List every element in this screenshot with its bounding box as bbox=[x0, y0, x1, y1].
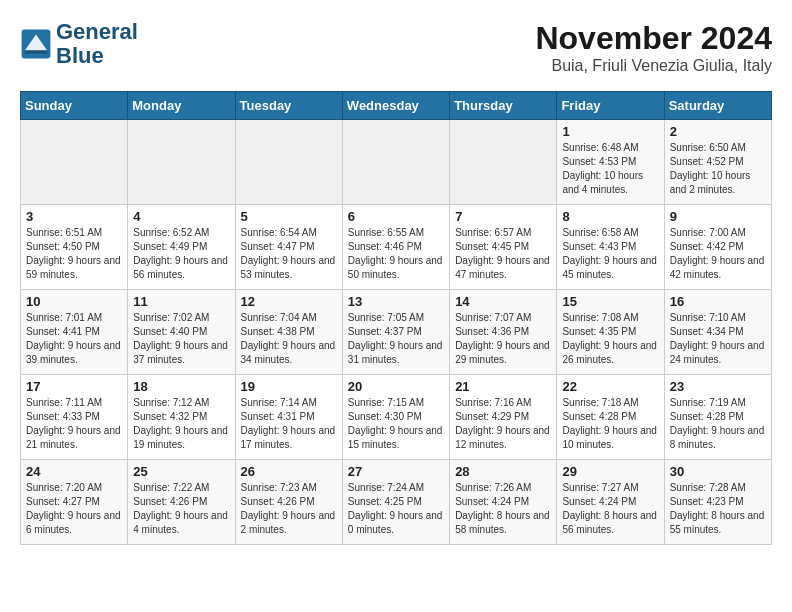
logo-icon bbox=[20, 28, 52, 60]
page-header: General Blue November 2024 Buia, Friuli … bbox=[20, 20, 772, 75]
day-number: 26 bbox=[241, 464, 337, 479]
svg-rect-2 bbox=[25, 51, 47, 54]
calendar-table: SundayMondayTuesdayWednesdayThursdayFrid… bbox=[20, 91, 772, 545]
day-info: Sunrise: 7:11 AM Sunset: 4:33 PM Dayligh… bbox=[26, 396, 122, 452]
day-info: Sunrise: 6:55 AM Sunset: 4:46 PM Dayligh… bbox=[348, 226, 444, 282]
day-number: 4 bbox=[133, 209, 229, 224]
day-number: 2 bbox=[670, 124, 766, 139]
calendar-cell: 11Sunrise: 7:02 AM Sunset: 4:40 PM Dayli… bbox=[128, 290, 235, 375]
calendar-cell: 20Sunrise: 7:15 AM Sunset: 4:30 PM Dayli… bbox=[342, 375, 449, 460]
calendar-cell: 17Sunrise: 7:11 AM Sunset: 4:33 PM Dayli… bbox=[21, 375, 128, 460]
calendar-cell: 21Sunrise: 7:16 AM Sunset: 4:29 PM Dayli… bbox=[450, 375, 557, 460]
calendar-row-3: 17Sunrise: 7:11 AM Sunset: 4:33 PM Dayli… bbox=[21, 375, 772, 460]
day-info: Sunrise: 7:26 AM Sunset: 4:24 PM Dayligh… bbox=[455, 481, 551, 537]
calendar-cell: 2Sunrise: 6:50 AM Sunset: 4:52 PM Daylig… bbox=[664, 120, 771, 205]
day-number: 19 bbox=[241, 379, 337, 394]
day-number: 29 bbox=[562, 464, 658, 479]
day-info: Sunrise: 7:19 AM Sunset: 4:28 PM Dayligh… bbox=[670, 396, 766, 452]
day-number: 24 bbox=[26, 464, 122, 479]
day-info: Sunrise: 7:16 AM Sunset: 4:29 PM Dayligh… bbox=[455, 396, 551, 452]
day-number: 17 bbox=[26, 379, 122, 394]
day-info: Sunrise: 7:23 AM Sunset: 4:26 PM Dayligh… bbox=[241, 481, 337, 537]
calendar-cell bbox=[21, 120, 128, 205]
day-info: Sunrise: 6:58 AM Sunset: 4:43 PM Dayligh… bbox=[562, 226, 658, 282]
day-number: 6 bbox=[348, 209, 444, 224]
calendar-cell: 8Sunrise: 6:58 AM Sunset: 4:43 PM Daylig… bbox=[557, 205, 664, 290]
calendar-cell bbox=[342, 120, 449, 205]
day-info: Sunrise: 7:28 AM Sunset: 4:23 PM Dayligh… bbox=[670, 481, 766, 537]
day-number: 12 bbox=[241, 294, 337, 309]
day-info: Sunrise: 7:15 AM Sunset: 4:30 PM Dayligh… bbox=[348, 396, 444, 452]
day-number: 7 bbox=[455, 209, 551, 224]
calendar-title: November 2024 bbox=[535, 20, 772, 57]
calendar-subtitle: Buia, Friuli Venezia Giulia, Italy bbox=[535, 57, 772, 75]
day-info: Sunrise: 7:14 AM Sunset: 4:31 PM Dayligh… bbox=[241, 396, 337, 452]
day-number: 23 bbox=[670, 379, 766, 394]
day-number: 15 bbox=[562, 294, 658, 309]
day-info: Sunrise: 6:50 AM Sunset: 4:52 PM Dayligh… bbox=[670, 141, 766, 197]
header-monday: Monday bbox=[128, 92, 235, 120]
header-wednesday: Wednesday bbox=[342, 92, 449, 120]
day-number: 16 bbox=[670, 294, 766, 309]
logo: General Blue bbox=[20, 20, 138, 68]
calendar-body: 1Sunrise: 6:48 AM Sunset: 4:53 PM Daylig… bbox=[21, 120, 772, 545]
logo-text: General Blue bbox=[56, 20, 138, 68]
day-number: 21 bbox=[455, 379, 551, 394]
day-number: 10 bbox=[26, 294, 122, 309]
header-row: SundayMondayTuesdayWednesdayThursdayFrid… bbox=[21, 92, 772, 120]
calendar-cell: 5Sunrise: 6:54 AM Sunset: 4:47 PM Daylig… bbox=[235, 205, 342, 290]
calendar-row-4: 24Sunrise: 7:20 AM Sunset: 4:27 PM Dayli… bbox=[21, 460, 772, 545]
calendar-cell bbox=[450, 120, 557, 205]
header-tuesday: Tuesday bbox=[235, 92, 342, 120]
calendar-cell: 22Sunrise: 7:18 AM Sunset: 4:28 PM Dayli… bbox=[557, 375, 664, 460]
header-saturday: Saturday bbox=[664, 92, 771, 120]
day-number: 30 bbox=[670, 464, 766, 479]
header-sunday: Sunday bbox=[21, 92, 128, 120]
calendar-cell: 26Sunrise: 7:23 AM Sunset: 4:26 PM Dayli… bbox=[235, 460, 342, 545]
header-friday: Friday bbox=[557, 92, 664, 120]
day-number: 11 bbox=[133, 294, 229, 309]
day-info: Sunrise: 7:00 AM Sunset: 4:42 PM Dayligh… bbox=[670, 226, 766, 282]
calendar-cell: 16Sunrise: 7:10 AM Sunset: 4:34 PM Dayli… bbox=[664, 290, 771, 375]
calendar-cell: 28Sunrise: 7:26 AM Sunset: 4:24 PM Dayli… bbox=[450, 460, 557, 545]
calendar-cell: 19Sunrise: 7:14 AM Sunset: 4:31 PM Dayli… bbox=[235, 375, 342, 460]
calendar-cell bbox=[128, 120, 235, 205]
calendar-row-0: 1Sunrise: 6:48 AM Sunset: 4:53 PM Daylig… bbox=[21, 120, 772, 205]
calendar-cell: 24Sunrise: 7:20 AM Sunset: 4:27 PM Dayli… bbox=[21, 460, 128, 545]
calendar-cell: 13Sunrise: 7:05 AM Sunset: 4:37 PM Dayli… bbox=[342, 290, 449, 375]
day-info: Sunrise: 7:05 AM Sunset: 4:37 PM Dayligh… bbox=[348, 311, 444, 367]
day-info: Sunrise: 7:20 AM Sunset: 4:27 PM Dayligh… bbox=[26, 481, 122, 537]
day-info: Sunrise: 7:18 AM Sunset: 4:28 PM Dayligh… bbox=[562, 396, 658, 452]
calendar-cell: 3Sunrise: 6:51 AM Sunset: 4:50 PM Daylig… bbox=[21, 205, 128, 290]
day-info: Sunrise: 7:08 AM Sunset: 4:35 PM Dayligh… bbox=[562, 311, 658, 367]
day-info: Sunrise: 7:07 AM Sunset: 4:36 PM Dayligh… bbox=[455, 311, 551, 367]
calendar-cell: 6Sunrise: 6:55 AM Sunset: 4:46 PM Daylig… bbox=[342, 205, 449, 290]
day-number: 8 bbox=[562, 209, 658, 224]
day-info: Sunrise: 7:01 AM Sunset: 4:41 PM Dayligh… bbox=[26, 311, 122, 367]
day-number: 25 bbox=[133, 464, 229, 479]
calendar-cell: 9Sunrise: 7:00 AM Sunset: 4:42 PM Daylig… bbox=[664, 205, 771, 290]
calendar-cell: 12Sunrise: 7:04 AM Sunset: 4:38 PM Dayli… bbox=[235, 290, 342, 375]
calendar-cell: 27Sunrise: 7:24 AM Sunset: 4:25 PM Dayli… bbox=[342, 460, 449, 545]
day-number: 27 bbox=[348, 464, 444, 479]
day-number: 1 bbox=[562, 124, 658, 139]
calendar-row-1: 3Sunrise: 6:51 AM Sunset: 4:50 PM Daylig… bbox=[21, 205, 772, 290]
calendar-cell: 30Sunrise: 7:28 AM Sunset: 4:23 PM Dayli… bbox=[664, 460, 771, 545]
day-info: Sunrise: 6:52 AM Sunset: 4:49 PM Dayligh… bbox=[133, 226, 229, 282]
calendar-cell: 7Sunrise: 6:57 AM Sunset: 4:45 PM Daylig… bbox=[450, 205, 557, 290]
day-number: 9 bbox=[670, 209, 766, 224]
day-info: Sunrise: 6:48 AM Sunset: 4:53 PM Dayligh… bbox=[562, 141, 658, 197]
day-number: 14 bbox=[455, 294, 551, 309]
day-info: Sunrise: 7:10 AM Sunset: 4:34 PM Dayligh… bbox=[670, 311, 766, 367]
day-info: Sunrise: 7:02 AM Sunset: 4:40 PM Dayligh… bbox=[133, 311, 229, 367]
day-number: 18 bbox=[133, 379, 229, 394]
day-info: Sunrise: 7:27 AM Sunset: 4:24 PM Dayligh… bbox=[562, 481, 658, 537]
calendar-cell bbox=[235, 120, 342, 205]
logo-line2: Blue bbox=[56, 44, 138, 68]
day-number: 22 bbox=[562, 379, 658, 394]
day-number: 5 bbox=[241, 209, 337, 224]
calendar-cell: 14Sunrise: 7:07 AM Sunset: 4:36 PM Dayli… bbox=[450, 290, 557, 375]
calendar-cell: 25Sunrise: 7:22 AM Sunset: 4:26 PM Dayli… bbox=[128, 460, 235, 545]
day-info: Sunrise: 7:22 AM Sunset: 4:26 PM Dayligh… bbox=[133, 481, 229, 537]
day-info: Sunrise: 6:57 AM Sunset: 4:45 PM Dayligh… bbox=[455, 226, 551, 282]
